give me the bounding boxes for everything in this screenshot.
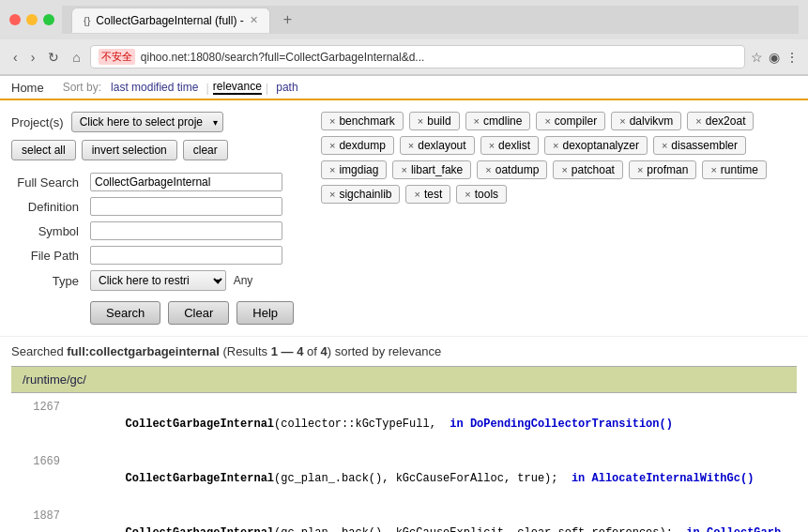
- nav-sep-2: |: [266, 81, 268, 95]
- tag-label: disassembler: [671, 139, 738, 152]
- type-label: Type: [11, 267, 86, 294]
- app-nav: Home Sort by: last modified time | relev…: [0, 76, 808, 100]
- tag-remove-icon[interactable]: ×: [408, 140, 414, 151]
- type-select-wrapper[interactable]: Click here to restri: [90, 270, 226, 291]
- function-link[interactable]: DoPendingCollectorTransition(): [470, 418, 673, 431]
- function-link[interactable]: AllocateInternalWithGc(): [592, 472, 755, 485]
- tag-item: ×oatdump: [477, 160, 547, 179]
- refresh-button[interactable]: ↻: [44, 48, 63, 67]
- projects-label: Project(s): [11, 115, 64, 129]
- tag-remove-icon[interactable]: ×: [489, 140, 495, 151]
- file-path-row: File Path: [11, 243, 302, 267]
- projects-select-wrapper[interactable]: Click here to select proje: [71, 112, 223, 132]
- code-text: CollectGarbageInternal(collector::kGcTyp…: [71, 399, 785, 449]
- selection-btn-group: select all invert selection clear: [11, 140, 302, 160]
- tag-remove-icon[interactable]: ×: [561, 164, 567, 175]
- tag-remove-icon[interactable]: ×: [710, 164, 716, 175]
- fn-name: CollectGarbageInternal: [126, 526, 274, 532]
- tag-remove-icon[interactable]: ×: [329, 164, 335, 175]
- code-line: 1267 CollectGarbageInternal(collector::k…: [11, 397, 797, 451]
- url-bar[interactable]: 不安全 qihoo.net:18080/search?full=CollectG…: [90, 45, 745, 68]
- tag-remove-icon[interactable]: ×: [695, 115, 701, 127]
- tag-remove-icon[interactable]: ×: [544, 115, 550, 127]
- full-search-input[interactable]: [90, 173, 282, 191]
- menu-button[interactable]: ⋮: [785, 50, 799, 65]
- close-button[interactable]: [9, 14, 21, 25]
- home-button[interactable]: ⌂: [69, 48, 84, 67]
- tag-remove-icon[interactable]: ×: [465, 189, 470, 200]
- new-tab-button[interactable]: +: [274, 6, 301, 34]
- tag-remove-icon[interactable]: ×: [401, 164, 406, 175]
- definition-input[interactable]: [90, 197, 282, 216]
- tag-label: tools: [475, 188, 498, 201]
- tag-remove-icon[interactable]: ×: [553, 140, 558, 151]
- search-button[interactable]: Search: [90, 301, 160, 325]
- tag-label: imgdiag: [339, 163, 378, 176]
- tag-remove-icon[interactable]: ×: [474, 115, 480, 127]
- invert-selection-button[interactable]: invert selection: [82, 140, 177, 160]
- code-line: 1887 CollectGarbageInternal(gc_plan_.bac…: [11, 506, 797, 532]
- code-line: 1669 CollectGarbageInternal(gc_plan_.bac…: [11, 451, 797, 506]
- active-tab[interactable]: {} CollectGarbageInternal (full) - ✕: [71, 8, 270, 33]
- type-select[interactable]: Click here to restri: [90, 270, 226, 291]
- tag-label: cmdline: [483, 114, 522, 128]
- tag-item: ×dexdump: [321, 136, 394, 155]
- home-link[interactable]: Home: [11, 81, 44, 95]
- tag-item: ×benchmark: [321, 112, 404, 130]
- minimize-button[interactable]: [26, 14, 38, 25]
- traffic-lights: [9, 14, 54, 25]
- sort-relevance[interactable]: relevance: [213, 80, 262, 95]
- projects-select[interactable]: Click here to select proje: [71, 112, 223, 132]
- account-button[interactable]: ◉: [769, 50, 780, 65]
- tag-remove-icon[interactable]: ×: [414, 189, 419, 200]
- back-button[interactable]: ‹: [9, 48, 22, 67]
- tag-item: ×dexoptanalyzer: [544, 136, 648, 155]
- tag-item: ×libart_fake: [392, 160, 471, 179]
- sort-path[interactable]: path: [276, 81, 297, 94]
- tag-label: libart_fake: [411, 163, 463, 176]
- sort-last-modified[interactable]: last modified time: [111, 81, 198, 94]
- tag-label: dalvikvm: [630, 114, 674, 128]
- any-label: Any: [234, 274, 253, 287]
- tag-remove-icon[interactable]: ×: [329, 140, 335, 151]
- summary-of: of: [303, 344, 320, 358]
- keyword-in: in: [572, 472, 592, 485]
- tag-label: test: [424, 188, 442, 201]
- tab-close-button[interactable]: ✕: [250, 14, 258, 26]
- search-form: Full Search Definition Symbol File Path: [11, 170, 302, 294]
- tag-label: dexdump: [339, 139, 385, 152]
- tag-item: ×build: [409, 112, 460, 130]
- line-number: 1267: [23, 399, 60, 416]
- tag-item: ×cmdline: [465, 112, 531, 130]
- tab-icon: {}: [84, 15, 90, 26]
- bookmark-button[interactable]: ☆: [751, 50, 763, 65]
- select-all-button[interactable]: select all: [11, 140, 76, 160]
- tag-remove-icon[interactable]: ×: [485, 164, 491, 175]
- tag-remove-icon[interactable]: ×: [329, 189, 335, 200]
- tag-label: benchmark: [339, 114, 394, 128]
- summary-suffix: ) sorted by relevance: [328, 344, 441, 358]
- tag-label: dexoptanalyzer: [563, 139, 639, 152]
- tag-item: ×compiler: [536, 112, 605, 130]
- symbol-input[interactable]: [90, 221, 282, 240]
- symbol-row: Symbol: [11, 219, 302, 243]
- tag-label: dexlayout: [418, 139, 465, 152]
- clear-selection-button[interactable]: clear: [183, 140, 228, 160]
- query-text: full:collectgarbageinternal: [67, 344, 220, 358]
- file-path-input[interactable]: [90, 246, 282, 265]
- results-total: 4: [320, 344, 327, 358]
- tag-remove-icon[interactable]: ×: [418, 115, 423, 127]
- file-path-link[interactable]: /runtime/gc/: [23, 372, 86, 387]
- tag-remove-icon[interactable]: ×: [662, 140, 667, 151]
- help-button[interactable]: Help: [236, 301, 294, 325]
- tag-remove-icon[interactable]: ×: [329, 115, 335, 127]
- tags-container: ×benchmark×build×cmdline×compiler×dalvik…: [321, 112, 797, 204]
- clear-button[interactable]: Clear: [168, 301, 229, 325]
- keyword-in: in: [686, 526, 707, 532]
- tag-remove-icon[interactable]: ×: [637, 164, 643, 175]
- maximize-button[interactable]: [43, 14, 54, 25]
- tag-item: ×runtime: [702, 160, 766, 179]
- forward-button[interactable]: ›: [27, 48, 39, 67]
- summary-prefix: Searched: [11, 344, 67, 358]
- tag-remove-icon[interactable]: ×: [619, 115, 625, 127]
